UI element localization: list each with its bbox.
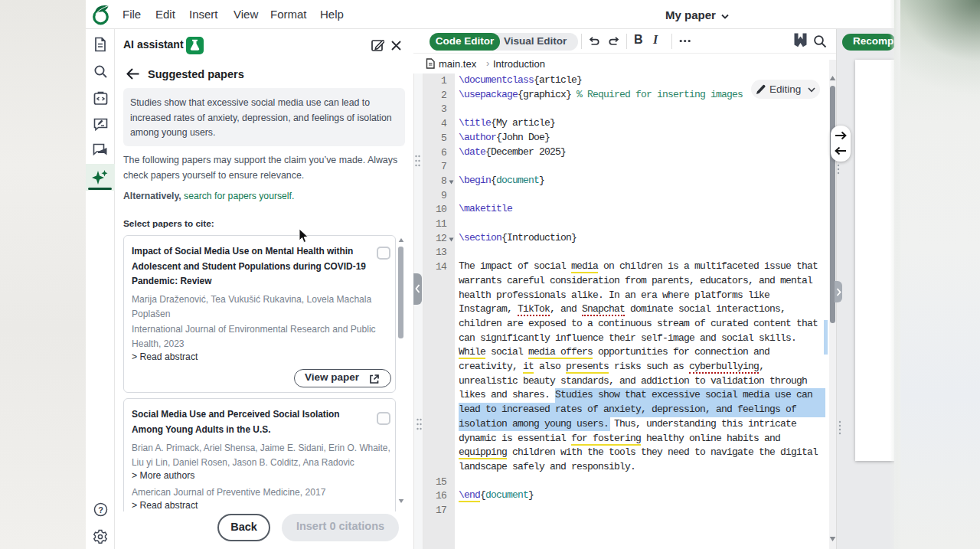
svg-text:?: ? (98, 505, 103, 514)
